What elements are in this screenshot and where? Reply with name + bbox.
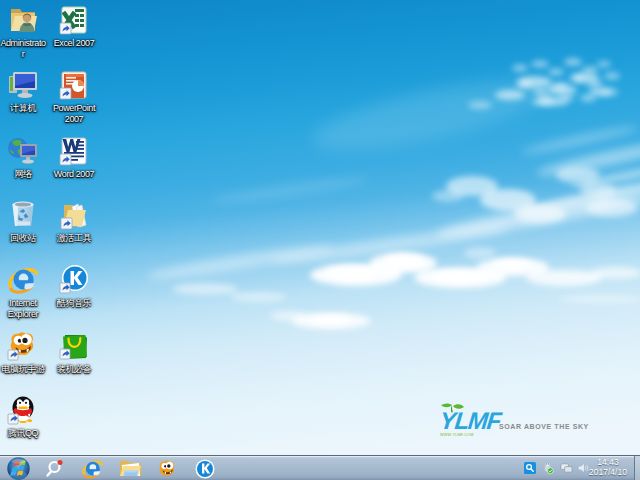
svg-text:WWW.YLMF.COM: WWW.YLMF.COM: [440, 433, 474, 437]
svg-text:SOAR ABOVE THE SKY: SOAR ABOVE THE SKY: [499, 423, 589, 430]
svg-text:YLMF: YLMF: [439, 408, 505, 435]
